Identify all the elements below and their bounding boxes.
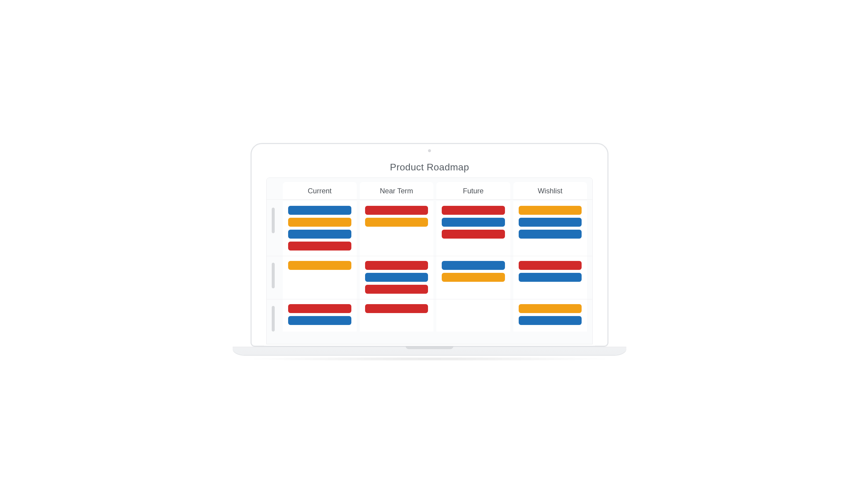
rows-viewport — [267, 201, 592, 344]
row-handle-cell — [267, 256, 280, 299]
roadmap-card[interactable] — [365, 285, 428, 294]
roadmap-card[interactable] — [288, 261, 351, 270]
laptop-mockup: Product Roadmap Current Near Term Future… — [251, 143, 608, 361]
roadmap-card[interactable] — [519, 304, 582, 313]
gutter — [267, 182, 280, 199]
roadmap-card[interactable] — [519, 230, 582, 239]
column-header-row: Current Near Term Future Wishlist — [267, 178, 592, 200]
roadmap-card[interactable] — [365, 261, 428, 270]
board-cell[interactable] — [513, 256, 587, 299]
roadmap-card[interactable] — [365, 218, 428, 227]
roadmap-card[interactable] — [519, 206, 582, 215]
swimlane-row — [267, 256, 592, 299]
swimlane-row — [267, 201, 592, 256]
board-cell[interactable] — [283, 299, 357, 332]
roadmap-card[interactable] — [288, 230, 351, 239]
board-cell[interactable] — [436, 299, 510, 332]
column-header-wishlist[interactable]: Wishlist — [513, 182, 587, 199]
roadmap-card[interactable] — [365, 304, 428, 313]
roadmap-card[interactable] — [519, 218, 582, 227]
roadmap-card[interactable] — [288, 316, 351, 325]
column-header-future[interactable]: Future — [436, 182, 510, 199]
swimlane-row — [267, 299, 592, 332]
roadmap-card[interactable] — [288, 304, 351, 313]
board-cell[interactable] — [513, 299, 587, 332]
roadmap-card[interactable] — [442, 273, 505, 282]
roadmap-card[interactable] — [365, 206, 428, 215]
board-cell[interactable] — [513, 201, 587, 256]
board-cell[interactable] — [436, 256, 510, 299]
roadmap-card[interactable] — [442, 206, 505, 215]
camera-icon — [428, 149, 431, 152]
row-handle-cell — [267, 299, 280, 332]
row-drag-handle[interactable] — [272, 263, 275, 288]
roadmap-board: Current Near Term Future Wishlist — [266, 177, 593, 344]
column-header-near-term[interactable]: Near Term — [360, 182, 434, 199]
laptop-shadow — [245, 357, 614, 361]
roadmap-card[interactable] — [442, 261, 505, 270]
column-header-current[interactable]: Current — [283, 182, 357, 199]
roadmap-card[interactable] — [519, 261, 582, 270]
row-drag-handle[interactable] — [272, 306, 275, 332]
laptop-hinge — [406, 346, 453, 349]
roadmap-card[interactable] — [519, 273, 582, 282]
roadmap-card[interactable] — [288, 206, 351, 215]
screen: Product Roadmap Current Near Term Future… — [264, 155, 595, 346]
roadmap-card[interactable] — [288, 218, 351, 227]
laptop-lid: Product Roadmap Current Near Term Future… — [251, 143, 608, 347]
laptop-base — [232, 347, 627, 355]
row-drag-handle[interactable] — [272, 208, 275, 233]
page-title: Product Roadmap — [264, 155, 595, 177]
roadmap-card[interactable] — [365, 273, 428, 282]
board-cell[interactable] — [360, 256, 434, 299]
board-cell[interactable] — [360, 299, 434, 332]
roadmap-card[interactable] — [442, 218, 505, 227]
roadmap-card[interactable] — [519, 316, 582, 325]
board-cell[interactable] — [283, 201, 357, 256]
board-cell[interactable] — [283, 256, 357, 299]
board-cell[interactable] — [360, 201, 434, 256]
board-cell[interactable] — [436, 201, 510, 256]
roadmap-card[interactable] — [288, 241, 351, 251]
roadmap-card[interactable] — [442, 230, 505, 239]
row-handle-cell — [267, 201, 280, 256]
